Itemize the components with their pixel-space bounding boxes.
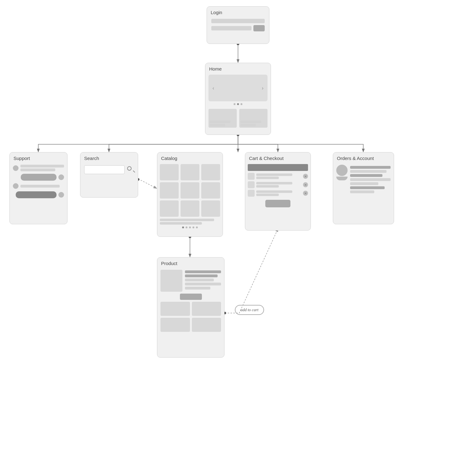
- support-card: Support: [9, 152, 68, 224]
- catalog-title: Catalog: [157, 152, 223, 163]
- add-to-cart-badge[interactable]: add to cart: [235, 305, 264, 315]
- remove-item-btn-2[interactable]: ✕: [303, 182, 308, 187]
- cart-card: Cart & Checkout ✕: [245, 152, 311, 231]
- product-card: Product: [157, 257, 224, 358]
- svg-line-3: [138, 179, 156, 188]
- catalog-card: Catalog: [157, 152, 223, 237]
- home-card: Home ‹ ›: [205, 63, 271, 135]
- login-card: Login: [207, 6, 269, 44]
- login-title: Login: [207, 7, 269, 17]
- cart-title: Cart & Checkout: [245, 152, 311, 163]
- search-card: Search: [80, 152, 138, 198]
- orders-card: Orders & Account: [333, 152, 394, 224]
- orders-title: Orders & Account: [333, 152, 394, 163]
- home-title: Home: [205, 63, 271, 73]
- add-to-cart-label: add to cart: [241, 307, 258, 312]
- search-title: Search: [80, 152, 138, 163]
- diagram-container: Login Home ‹ ›: [0, 0, 476, 452]
- support-title: Support: [10, 152, 67, 163]
- product-title: Product: [157, 258, 224, 268]
- remove-item-btn-3[interactable]: ✕: [303, 191, 308, 196]
- remove-item-btn[interactable]: ✕: [303, 174, 308, 179]
